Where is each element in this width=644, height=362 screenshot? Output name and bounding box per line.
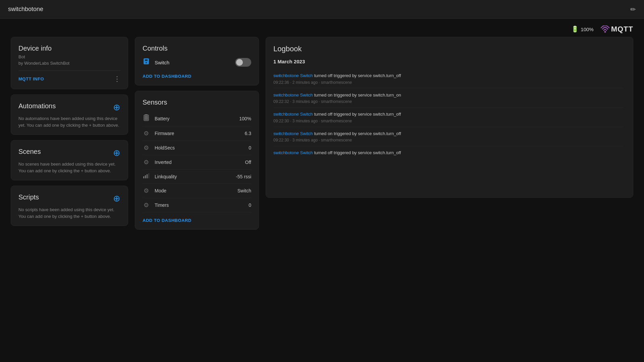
logbook-entry-5-text: switchbotone Switch turned off triggered…: [273, 149, 624, 156]
battery-info: 🔋 100%: [571, 25, 593, 33]
controls-card: Controls Switch ADD TO DASHBOARD: [135, 37, 259, 85]
logbook-entry-3-desc: turned off triggered by service switch.t…: [314, 112, 401, 117]
sensor-name-linkquality: Linkquality: [155, 174, 231, 179]
logbook-entry-1: switchbotone Switch turned off triggered…: [273, 69, 624, 88]
scripts-card: Scripts ⊕ No scripts have been added usi…: [11, 186, 128, 226]
logbook-entry-4: switchbotone Switch turned on triggered …: [273, 127, 624, 146]
logbook-entry-2-text: switchbotone Switch turned on triggered …: [273, 92, 624, 99]
logbook-entries: switchbotone Switch turned off triggered…: [273, 69, 626, 193]
battery-icon: 🔋: [571, 25, 579, 33]
automations-header: Automations ⊕: [18, 102, 120, 112]
logbook-entry-1-desc: turned off triggered by service switch.t…: [314, 73, 401, 78]
logbook-card: Logbook 1 March 2023 switchbotone Switch…: [266, 37, 633, 198]
switch-row: Switch: [143, 58, 251, 67]
logbook-entry-3-link[interactable]: switchbotone Switch: [273, 112, 313, 117]
edit-icon[interactable]: ✏: [630, 5, 636, 13]
sensor-name-holdsecs: HoldSecs: [155, 145, 244, 150]
logbook-entry-2-desc: turned on triggered by service switch.tu…: [314, 93, 401, 98]
scripts-title: Scripts: [18, 193, 39, 201]
left-column: Device info Bot by WonderLabs SwitchBot …: [11, 37, 128, 226]
device-manufacturer: by WonderLabs SwitchBot: [18, 61, 120, 66]
add-script-button[interactable]: ⊕: [113, 194, 120, 203]
sensors-card: Sensors Battery 100% ⚙ Firmware 6.3: [135, 91, 259, 230]
logbook-entry-1-text: switchbotone Switch turned off triggered…: [273, 72, 624, 79]
sensors-add-to-dashboard-button[interactable]: ADD TO DASHBOARD: [143, 218, 192, 223]
sensor-name-timers: Timers: [155, 202, 244, 208]
sensor-value-inverted: Off: [245, 160, 251, 165]
add-scene-button[interactable]: ⊕: [113, 148, 120, 157]
sensor-value-holdsecs: 0: [249, 145, 251, 150]
logbook-entry-3-text: switchbotone Switch turned off triggered…: [273, 111, 624, 118]
switch-toggle[interactable]: [235, 58, 251, 67]
svg-rect-7: [143, 176, 144, 178]
logbook-entry-5: switchbotone Switch turned off triggered…: [273, 146, 624, 160]
sensor-row-timers: ⚙ Timers 0: [143, 198, 251, 213]
right-column: Logbook 1 March 2023 switchbotone Switch…: [266, 37, 633, 198]
device-menu-button[interactable]: ⋮: [114, 75, 120, 83]
linkquality-sensor-icon: [143, 173, 150, 180]
device-info-card: Device info Bot by WonderLabs SwitchBot …: [11, 37, 128, 89]
sensor-row-linkquality: Linkquality -55 rssi: [143, 170, 251, 184]
switch-label: Switch: [155, 60, 230, 65]
add-automation-button[interactable]: ⊕: [113, 103, 120, 112]
logbook-entry-5-link[interactable]: switchbotone Switch: [273, 150, 313, 155]
middle-column: Controls Switch ADD TO DASHBOARD Sensors: [135, 37, 259, 230]
svg-rect-10: [148, 173, 149, 178]
sensor-row-firmware: ⚙ Firmware 6.3: [143, 126, 251, 141]
timers-sensor-icon: ⚙: [143, 201, 150, 209]
sensors-title: Sensors: [143, 99, 251, 106]
sensor-value-firmware: 6.3: [245, 131, 251, 136]
sensor-value-linkquality: -55 rssi: [236, 174, 251, 179]
logbook-entry-4-meta: 09:22:30 · 3 minutes ago · smarthomescen…: [273, 138, 624, 142]
switch-device-icon: [143, 58, 150, 67]
logbook-title: Logbook: [273, 45, 626, 53]
top-bar: 🔋 100% MQTT: [0, 19, 644, 37]
inverted-sensor-icon: ⚙: [143, 159, 150, 166]
logbook-entry-1-link[interactable]: switchbotone Switch: [273, 73, 313, 78]
scenes-description: No scenes have been added using this dev…: [18, 161, 120, 174]
battery-sensor-icon: [143, 114, 150, 123]
logbook-entry-4-link[interactable]: switchbotone Switch: [273, 131, 313, 136]
device-info-title: Device info: [18, 45, 120, 52]
mqtt-info-link[interactable]: MQTT INFO: [18, 76, 44, 81]
sensor-value-timers: 0: [249, 202, 251, 208]
scenes-title: Scenes: [18, 148, 41, 156]
device-type: Bot: [18, 54, 120, 59]
logbook-entry-2-link[interactable]: switchbotone Switch: [273, 93, 313, 98]
logbook-entry-4-desc: turned on triggered by service switch.tu…: [314, 131, 401, 136]
logbook-entry-1-meta: 09:22:36 · 2 minutes ago · smarthomescen…: [273, 80, 624, 85]
mode-sensor-icon: ⚙: [143, 187, 150, 194]
svg-rect-2: [145, 59, 148, 61]
logbook-entry-5-desc: turned off triggered by service switch.t…: [314, 150, 401, 155]
device-info-footer: MQTT INFO ⋮: [18, 75, 120, 83]
controls-title: Controls: [143, 45, 251, 52]
sensor-row-mode: ⚙ Mode Switch: [143, 184, 251, 198]
scenes-header: Scenes ⊕: [18, 148, 120, 158]
battery-percent: 100%: [581, 26, 593, 32]
main-content: Device info Bot by WonderLabs SwitchBot …: [0, 37, 644, 240]
logbook-date: 1 March 2023: [273, 59, 626, 64]
scripts-header: Scripts ⊕: [18, 193, 120, 203]
svg-point-3: [146, 62, 147, 63]
app-header: switchbotone ✏: [0, 0, 644, 19]
svg-rect-6: [145, 116, 148, 120]
svg-rect-9: [147, 174, 148, 178]
sensor-name-inverted: Inverted: [155, 160, 240, 165]
svg-rect-8: [145, 175, 146, 178]
logbook-entry-2-meta: 09:22:32 · 3 minutes ago · smarthomescen…: [273, 99, 624, 104]
mqtt-label: MQTT: [611, 25, 633, 34]
sensor-value-battery: 100%: [239, 116, 251, 121]
automations-description: No automations have been added using thi…: [18, 115, 120, 128]
sensor-name-mode: Mode: [155, 188, 233, 193]
sensor-row-holdsecs: ⚙ HoldSecs 0: [143, 141, 251, 155]
svg-rect-1: [144, 58, 149, 64]
mqtt-wifi-icon: [600, 25, 610, 33]
scripts-description: No scripts have been added using this de…: [18, 206, 120, 220]
logbook-entry-3-meta: 09:22:30 · 3 minutes ago · smarthomescen…: [273, 119, 624, 123]
controls-add-to-dashboard-button[interactable]: ADD TO DASHBOARD: [143, 74, 192, 79]
scenes-card: Scenes ⊕ No scenes have been added using…: [11, 140, 128, 180]
logbook-entry-4-text: switchbotone Switch turned on triggered …: [273, 130, 624, 137]
sensor-value-mode: Switch: [237, 188, 251, 193]
logbook-entry-2: switchbotone Switch turned on triggered …: [273, 88, 624, 108]
app-title: switchbotone: [8, 6, 43, 13]
